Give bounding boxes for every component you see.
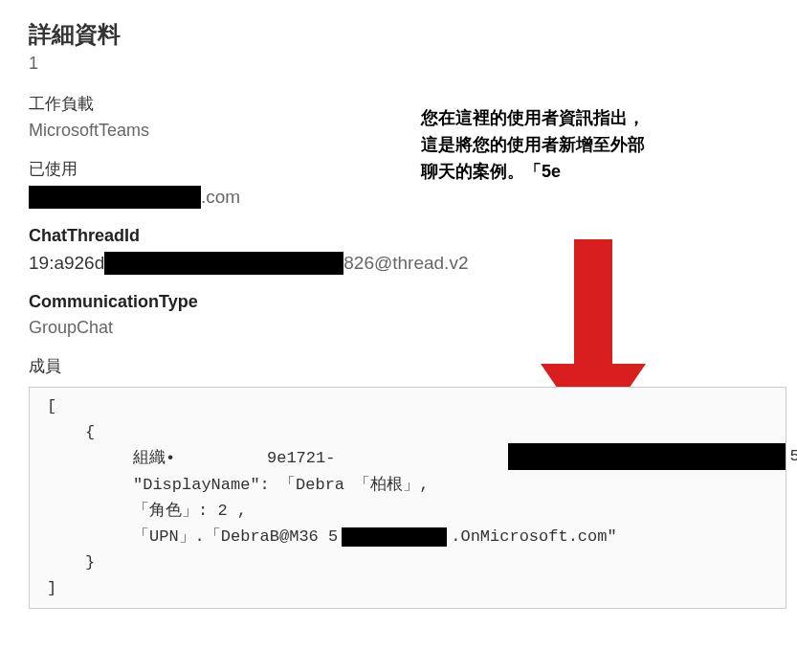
chatthread-prefix: 19:a926d [29, 253, 104, 274]
field-workload: 工作負載 MicrosoftTeams [29, 93, 768, 141]
workload-value: MicrosoftTeams [29, 121, 768, 141]
code-org-id: 9e1721- [267, 445, 335, 471]
used-label: 已使用 [29, 158, 768, 180]
page-title: 詳細資料 [29, 19, 768, 50]
code-line-displayname: "DisplayName": 「Debra 「柏根」, [47, 472, 768, 498]
code-org-label: 組織• [133, 445, 267, 471]
code-close-brace: } [47, 549, 768, 575]
commtype-value: GroupChat [29, 318, 768, 338]
members-label: 成員 [29, 355, 768, 377]
field-used: 已使用 .com [29, 158, 768, 209]
redaction-bar [342, 527, 447, 547]
redaction-trail-text: 5b [790, 443, 797, 469]
workload-label: 工作負載 [29, 93, 768, 115]
annotation-text: 您在這裡的使用者資訊指出，這是將您的使用者新增至外部聊天的案例。「5e [421, 105, 651, 186]
code-open-brace: { [47, 419, 768, 445]
field-chatthread: ChatThreadId 19:a926d 826@thread.v2 [29, 226, 768, 275]
redaction-bar [104, 252, 343, 275]
code-open-bracket: [ [47, 393, 768, 419]
field-members: 成員 [29, 355, 768, 377]
used-value: .com [29, 186, 768, 209]
code-line-role: 「角色」: 2 , [47, 498, 768, 524]
redaction-bar-large [508, 443, 786, 470]
code-upn-prefix: 「UPN」.「DebraB@M36 5 [133, 524, 338, 549]
code-upn-suffix: .OnMicrosoft.com" [451, 524, 616, 549]
members-code-block: [ { 組織• 9e1721- "DisplayName": 「Debra 「柏… [29, 387, 786, 609]
redaction-bar [29, 186, 201, 209]
chatthread-suffix: 826@thread.v2 [343, 253, 468, 274]
page-number: 1 [29, 54, 768, 74]
commtype-label: CommunicationType [29, 292, 768, 312]
field-commtype: CommunicationType GroupChat [29, 292, 768, 338]
code-close-bracket: ] [47, 575, 768, 601]
used-suffix: .com [201, 187, 240, 208]
chatthread-label: ChatThreadId [29, 226, 768, 246]
code-line-upn: 「UPN」.「DebraB@M36 5 .OnMicrosoft.com" [47, 524, 768, 549]
code-displayname: "DisplayName": 「Debra 「柏根」, [133, 472, 429, 498]
chatthread-value: 19:a926d 826@thread.v2 [29, 252, 768, 275]
code-role: 「角色」: 2 , [133, 498, 247, 524]
